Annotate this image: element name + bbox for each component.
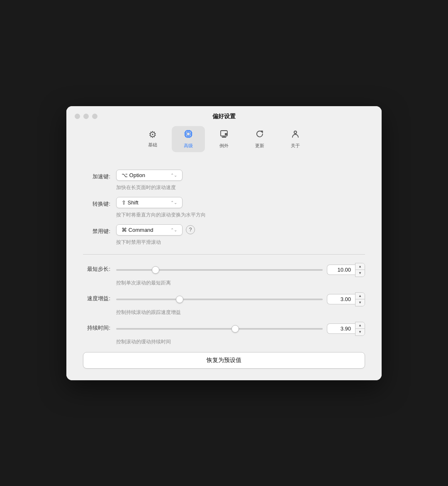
tab-about[interactable]: 关于 — [279, 126, 312, 152]
disable-key-value: ⌘ Command — [122, 227, 153, 233]
accelerator-key-select[interactable]: ⌥ Option ⌃⌄ — [116, 170, 183, 181]
accelerator-key-label: 加速键: — [83, 170, 116, 180]
tab-exception-label: 例外 — [219, 143, 229, 149]
minimize-button[interactable] — [83, 114, 89, 119]
speed-gain-input-wrap: ▲ ▼ — [327, 292, 365, 306]
accelerator-key-chevron: ⌃⌄ — [170, 173, 177, 177]
tab-advanced-label: 高级 — [184, 143, 193, 149]
tab-exception[interactable]: 例外 — [207, 126, 241, 152]
convert-key-select-wrapper: ⇧ Shift ⌃⌄ — [116, 197, 206, 208]
duration-slider[interactable] — [116, 328, 323, 330]
speed-gain-stepper: ▲ ▼ — [355, 292, 365, 306]
exception-icon — [219, 129, 229, 141]
tab-basic[interactable]: ⚙ 基础 — [136, 126, 169, 152]
tab-advanced[interactable]: 高级 — [172, 126, 205, 152]
accelerator-key-value: ⌥ Option — [122, 172, 145, 178]
svg-point-16 — [294, 131, 297, 134]
titlebar: 偏好设置 ⚙ 基础 — [66, 106, 382, 158]
gear-icon: ⚙ — [149, 129, 157, 140]
duration-input[interactable] — [327, 323, 355, 334]
convert-key-hint: 按下时将垂直方向的滚动变换为水平方向 — [116, 211, 206, 219]
svg-rect-0 — [185, 131, 191, 137]
min-step-label: 最短步长: — [83, 263, 116, 273]
toolbar: ⚙ 基础 — [136, 126, 312, 158]
divider — [83, 254, 365, 255]
min-step-row: 最短步长: ▲ ▼ 控制单次滚动的最短距离 — [83, 263, 365, 287]
tab-basic-label: 基础 — [148, 142, 157, 148]
tab-update-label: 更新 — [255, 143, 264, 149]
disable-key-select[interactable]: ⌘ Command ⌃⌄ — [116, 224, 183, 236]
disable-key-help-button[interactable]: ? — [186, 225, 195, 234]
disable-key-label: 禁用键: — [83, 224, 116, 235]
close-button[interactable] — [75, 114, 80, 119]
min-step-input-wrap: ▲ ▼ — [327, 263, 365, 277]
update-icon — [255, 129, 264, 141]
duration-control: ▲ ▼ — [116, 322, 365, 336]
disable-key-chevron: ⌃⌄ — [170, 228, 177, 232]
min-step-stepper: ▲ ▼ — [355, 263, 365, 277]
accelerator-key-hint: 加快在长页面时的滚动速度 — [116, 184, 183, 191]
svg-rect-15 — [225, 133, 227, 135]
speed-gain-label: 速度增益: — [83, 292, 116, 302]
convert-key-content: ⇧ Shift ⌃⌄ 按下时将垂直方向的滚动变换为水平方向 — [116, 197, 206, 219]
duration-hint: 控制滚动的缓动持续时间 — [116, 338, 365, 345]
speed-gain-slider[interactable] — [116, 299, 323, 300]
min-step-slider[interactable] — [116, 269, 323, 271]
duration-down-button[interactable]: ▼ — [355, 329, 365, 335]
speed-gain-input[interactable] — [327, 294, 355, 304]
convert-key-row: 转换键: ⇧ Shift ⌃⌄ 按下时将垂直方向的滚动变换为水平方向 — [83, 197, 365, 219]
duration-content: ▲ ▼ 控制滚动的缓动持续时间 — [116, 322, 365, 345]
accelerator-key-select-wrapper: ⌥ Option ⌃⌄ — [116, 170, 183, 181]
min-step-input[interactable] — [327, 265, 355, 275]
speed-gain-row: 速度增益: ▲ ▼ 控制持续滚动的跟踪速度增益 — [83, 292, 365, 316]
reset-button[interactable]: 恢复为预设值 — [83, 352, 365, 369]
tab-about-label: 关于 — [291, 143, 300, 149]
duration-row: 持续时间: ▲ ▼ 控制滚动的缓动持续时间 — [83, 322, 365, 345]
duration-input-wrap: ▲ ▼ — [327, 322, 365, 336]
disable-key-row: 禁用键: ⌘ Command ⌃⌄ ? 按下时禁用平滑滚动 — [83, 224, 365, 246]
min-step-hint: 控制单次滚动的最短距离 — [116, 279, 365, 287]
accelerator-key-row: 加速键: ⌥ Option ⌃⌄ 加快在长页面时的滚动速度 — [83, 170, 365, 191]
speed-gain-hint: 控制持续滚动的跟踪速度增益 — [116, 309, 365, 316]
convert-key-label: 转换键: — [83, 197, 116, 208]
speed-gain-control: ▲ ▼ — [116, 292, 365, 306]
min-step-control: ▲ ▼ — [116, 263, 365, 277]
main-window: 偏好设置 ⚙ 基础 — [66, 106, 382, 380]
about-icon — [291, 129, 300, 141]
svg-rect-1 — [187, 132, 190, 136]
chip-icon — [184, 129, 193, 141]
tab-update[interactable]: 更新 — [243, 126, 276, 152]
convert-key-value: ⇧ Shift — [122, 199, 139, 206]
duration-up-button[interactable]: ▲ — [355, 322, 365, 329]
speed-gain-down-button[interactable]: ▼ — [355, 299, 365, 306]
convert-key-select[interactable]: ⇧ Shift ⌃⌄ — [116, 197, 183, 208]
traffic-lights — [75, 114, 97, 119]
min-step-content: ▲ ▼ 控制单次滚动的最短距离 — [116, 263, 365, 287]
window-title: 偏好设置 — [212, 113, 236, 120]
accelerator-key-content: ⌥ Option ⌃⌄ 加快在长页面时的滚动速度 — [116, 170, 183, 191]
disable-key-content: ⌘ Command ⌃⌄ ? 按下时禁用平滑滚动 — [116, 224, 195, 246]
zoom-button[interactable] — [92, 114, 97, 119]
disable-key-select-wrapper: ⌘ Command ⌃⌄ ? — [116, 224, 195, 236]
convert-key-chevron: ⌃⌄ — [170, 200, 177, 205]
disable-key-hint: 按下时禁用平滑滚动 — [116, 239, 195, 246]
min-step-down-button[interactable]: ▼ — [355, 270, 365, 277]
speed-gain-content: ▲ ▼ 控制持续滚动的跟踪速度增益 — [116, 292, 365, 316]
duration-label: 持续时间: — [83, 322, 116, 332]
duration-stepper: ▲ ▼ — [355, 322, 365, 336]
speed-gain-up-button[interactable]: ▲ — [355, 293, 365, 299]
content-area: 加速键: ⌥ Option ⌃⌄ 加快在长页面时的滚动速度 转换键: ⇧ Shi… — [66, 158, 382, 380]
min-step-up-button[interactable]: ▲ — [355, 263, 365, 270]
